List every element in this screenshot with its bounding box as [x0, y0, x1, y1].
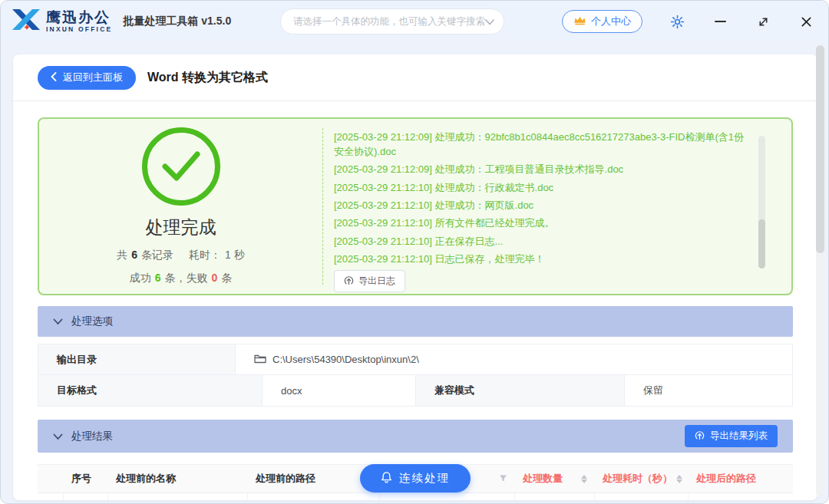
results-section-title: 处理结果: [71, 430, 113, 443]
chevron-down-icon: [53, 315, 63, 328]
target-format-value[interactable]: docx: [263, 375, 416, 406]
log-line: [2025-03-29 21:12:10] 处理成功：网页版.doc: [334, 199, 747, 213]
export-log-button[interactable]: 导出日志: [334, 270, 405, 292]
target-format-label: 目标格式: [38, 375, 263, 406]
brand-text: 鹰迅办公 INXUN OFFICE: [46, 10, 112, 33]
user-center-label: 个人中心: [591, 15, 631, 28]
bell-icon: [381, 471, 392, 486]
brand-name-en: INXUN OFFICE: [46, 26, 112, 33]
content-area: 返回到主面板 Word 转换为其它格式 处理完成 共 6 条记录 耗时: [1, 42, 828, 504]
column-duration-label: 处理耗时（秒）: [603, 472, 672, 486]
column-count[interactable]: 处理数量: [515, 465, 595, 492]
minimize-button[interactable]: [712, 13, 728, 30]
settings-gear-icon[interactable]: [669, 13, 685, 30]
output-dir-value-cell[interactable]: C:\Users\54390\Desktop\inxun\2\: [236, 344, 792, 374]
success-fail-line: 成功 6 条，失败 0 条: [130, 272, 233, 285]
column-name-before[interactable]: 处理前的名称: [108, 465, 248, 492]
column-select: [38, 465, 64, 492]
chevron-down-icon: [53, 430, 63, 443]
main-card: 返回到主面板 Word 转换为其它格式 处理完成 共 6 条记录 耗时: [13, 54, 817, 500]
column-index[interactable]: 序号: [64, 465, 108, 492]
status-title: 处理完成: [146, 216, 216, 239]
function-search[interactable]: [280, 8, 504, 35]
chevron-down-icon[interactable]: [485, 15, 494, 28]
titlebar: 鹰迅办公 INXUN OFFICE 批量处理工具箱 v1.5.0 个人中心: [1, 1, 828, 42]
continue-processing-button[interactable]: 连续处理: [360, 464, 471, 492]
log-line: [2025-03-29 21:12:10] 所有文件都已经处理完成。: [334, 216, 747, 231]
success-check-icon: [142, 127, 220, 206]
output-dir-path: C:\Users\54390\Desktop\inxun\2\: [272, 354, 419, 365]
log-line: [2025-03-29 21:12:09] 处理成功：工程项目普通目录技术指导.…: [334, 163, 747, 177]
time-value: 1 秒: [225, 249, 245, 262]
success-label: 成功: [130, 272, 151, 285]
user-center-button[interactable]: 个人中心: [562, 10, 642, 33]
folder-icon: [254, 354, 266, 366]
summary-stats: 处理完成 共 6 条记录 耗时： 1 秒 成功 6 条，失败 0 条: [39, 119, 322, 294]
total-count: 6: [131, 249, 137, 261]
log-line: [2025-03-29 21:12:09] 处理成功：92bfc8b1c0844…: [334, 130, 747, 160]
column-count-label: 处理数量: [523, 472, 563, 486]
minimize-icon: [715, 21, 726, 22]
between-label: 条，失败: [165, 272, 208, 285]
options-table: 输出目录 C:\Users\54390\Desktop\inxun\2\ 目标格…: [38, 344, 793, 407]
table-row[interactable]: [38, 493, 793, 500]
option-row-format: 目标格式 docx 兼容模式 保留: [38, 375, 792, 407]
chevron-left-icon: [51, 72, 57, 84]
section-results-header[interactable]: 处理结果 导出结果列表: [38, 420, 793, 453]
continue-button-label: 连续处理: [399, 471, 450, 486]
log-line: [2025-03-29 21:12:10] 日志已保存，处理完毕！: [334, 252, 747, 267]
back-to-dashboard-button[interactable]: 返回到主面板: [38, 66, 136, 90]
column-path-after[interactable]: 处理后的路径: [689, 465, 793, 492]
sort-icon[interactable]: [676, 475, 682, 483]
brand-name: 鹰迅办公: [46, 10, 112, 25]
filter-icon[interactable]: [499, 473, 507, 485]
titlebar-controls: 个人中心: [562, 10, 814, 33]
log-scrollbar[interactable]: [758, 136, 765, 268]
brand-x-icon: [12, 8, 41, 36]
column-duration[interactable]: 处理耗时（秒）: [595, 465, 689, 492]
log-line: [2025-03-29 21:12:10] 处理成功：行政裁定书.doc: [334, 181, 747, 196]
options-section-title: 处理选项: [71, 315, 113, 328]
maximize-icon: [758, 16, 769, 28]
fail-count: 0: [212, 272, 218, 284]
close-button[interactable]: [798, 13, 814, 30]
app-logo: 鹰迅办公 INXUN OFFICE: [12, 8, 112, 36]
maximize-button[interactable]: [755, 13, 771, 30]
log-panel: [2025-03-29 21:12:09] 处理成功：92bfc8b1c0844…: [323, 119, 791, 294]
log-list: [2025-03-29 21:12:09] 处理成功：92bfc8b1c0844…: [334, 130, 747, 270]
crown-icon: [573, 15, 586, 28]
close-icon: [801, 16, 812, 28]
compat-mode-value[interactable]: 保留: [625, 375, 792, 406]
export-result-list-button[interactable]: 导出结果列表: [685, 425, 778, 447]
app-title: 批量处理工具箱 v1.5.0: [123, 15, 231, 28]
completion-summary-panel: 处理完成 共 6 条记录 耗时： 1 秒 成功 6 条，失败 0 条: [38, 117, 793, 295]
app-window: 鹰迅办公 INXUN OFFICE 批量处理工具箱 v1.5.0 个人中心: [0, 0, 829, 504]
search-input[interactable]: [293, 16, 485, 27]
total-suffix: 条记录: [141, 249, 173, 262]
window-scrollbar[interactable]: [816, 45, 824, 497]
compat-mode-label: 兼容模式: [416, 375, 625, 406]
page-title: Word 转换为其它格式: [147, 70, 268, 86]
success-count: 6: [155, 272, 161, 284]
totals-line: 共 6 条记录 耗时： 1 秒: [117, 249, 244, 262]
back-button-label: 返回到主面板: [63, 71, 123, 84]
log-line: [2025-03-29 21:12:10] 正在保存日志...: [334, 235, 747, 249]
sort-icon[interactable]: [581, 475, 587, 483]
output-dir-label: 输出目录: [38, 344, 236, 374]
tail-label: 条: [221, 272, 232, 285]
log-scrollbar-thumb[interactable]: [758, 219, 765, 268]
export-log-label: 导出日志: [358, 275, 395, 288]
time-label: 耗时：: [189, 249, 221, 262]
upload-icon: [695, 430, 705, 443]
export-result-list-label: 导出结果列表: [710, 430, 768, 443]
upload-icon: [344, 275, 354, 288]
window-scrollbar-thumb[interactable]: [816, 45, 824, 253]
option-row-output-dir: 输出目录 C:\Users\54390\Desktop\inxun\2\: [38, 344, 792, 375]
total-prefix: 共: [117, 249, 127, 262]
section-options-header[interactable]: 处理选项: [38, 306, 793, 337]
page-header: 返回到主面板 Word 转换为其它格式: [13, 54, 817, 101]
